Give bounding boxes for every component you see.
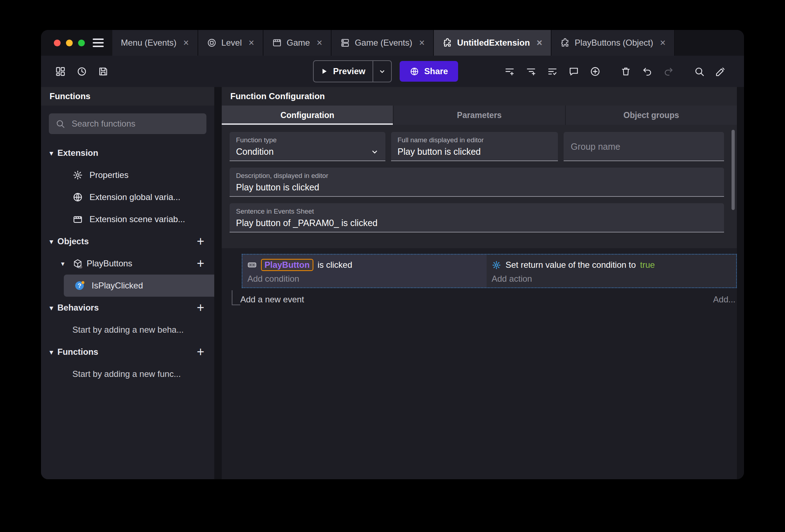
add-object-function-button[interactable]: + — [197, 257, 204, 270]
tree-section-objects[interactable]: ▾ Objects + — [41, 230, 214, 252]
content-area: Functions ▾ Extension Properties Extensi… — [41, 87, 744, 479]
add-function-button[interactable]: + — [197, 346, 204, 358]
caret-down-icon[interactable]: ▾ — [57, 260, 69, 268]
add-other-events-icon[interactable] — [544, 63, 561, 80]
search-icon[interactable] — [691, 63, 708, 80]
chevron-down-icon — [370, 148, 379, 156]
project-manager-icon[interactable] — [52, 63, 69, 80]
minimize-window-button[interactable] — [66, 40, 73, 46]
redo-icon[interactable] — [660, 63, 677, 80]
add-event-icon[interactable] — [501, 63, 518, 80]
chevron-down-icon[interactable] — [373, 67, 391, 76]
tab-game-events[interactable]: Game (Events) × — [332, 30, 434, 56]
main-menu-icon[interactable] — [93, 30, 112, 56]
tree-item-isplayclicked[interactable]: ? IsPlayClicked — [64, 275, 214, 297]
caret-down-icon[interactable]: ▾ — [45, 304, 57, 312]
actions-column[interactable]: Set return value of the condition to tru… — [487, 255, 736, 287]
condition-object-chip[interactable]: PlayButton — [261, 259, 313, 271]
undo-icon[interactable] — [638, 63, 656, 80]
group-name-field[interactable] — [564, 132, 724, 161]
conditions-column[interactable]: PlayButton is clicked Add condition — [242, 255, 487, 287]
close-tab-icon[interactable]: × — [419, 37, 425, 48]
delete-icon[interactable] — [617, 63, 634, 80]
history-icon[interactable] — [73, 63, 90, 80]
save-icon[interactable] — [94, 63, 112, 80]
tree-item-properties[interactable]: Properties — [41, 164, 214, 186]
tab-playbuttons-object[interactable]: PlayButtons (Object) × — [551, 30, 675, 56]
tab-configuration[interactable]: Configuration — [222, 106, 394, 125]
play-icon — [319, 67, 329, 76]
preview-button[interactable]: Preview — [313, 60, 392, 82]
add-circle-icon[interactable] — [586, 63, 604, 80]
item-label: Extension global varia... — [89, 192, 180, 202]
full-name-field[interactable]: Full name displayed in editor Play butto… — [391, 132, 558, 161]
tree-section-functions[interactable]: ▾ Functions + — [41, 341, 214, 363]
tab-object-groups[interactable]: Object groups — [566, 106, 737, 125]
editor-tabs: Menu (Events) × Level × Game × Game (Eve… — [112, 30, 744, 56]
tree-section-behaviors[interactable]: ▾ Behaviors + — [41, 297, 214, 319]
add-object-button[interactable]: + — [197, 235, 204, 248]
tab-bar: Menu (Events) × Level × Game × Game (Eve… — [41, 30, 744, 56]
add-new-event-button[interactable]: Add a new event — [240, 295, 304, 305]
caret-down-icon[interactable]: ▾ — [45, 237, 57, 246]
group-name-input[interactable] — [570, 141, 718, 152]
tree-item-global-variables[interactable]: Extension global varia... — [41, 186, 214, 208]
action-text: Set return value of the condition to — [506, 260, 636, 270]
close-window-button[interactable] — [54, 40, 61, 46]
tab-label: Level — [221, 38, 242, 48]
gear-icon — [72, 170, 83, 180]
app-window: Menu (Events) × Level × Game × Game (Eve… — [41, 30, 744, 479]
caret-down-icon[interactable]: ▾ — [45, 149, 57, 157]
tab-game[interactable]: Game × — [263, 30, 332, 56]
puzzle-icon — [560, 38, 570, 48]
tree-item-scene-variables[interactable]: Extension scene variab... — [41, 208, 214, 230]
tree-section-extension[interactable]: ▾ Extension — [41, 142, 214, 164]
close-tab-icon[interactable]: × — [248, 37, 254, 48]
comment-icon[interactable] — [565, 63, 582, 80]
search-input[interactable] — [71, 118, 200, 129]
function-type-select[interactable]: Function type Condition — [230, 132, 385, 161]
tab-untitled-extension[interactable]: UntitledExtension × — [434, 30, 551, 56]
events-sheet: PlayButton is clicked Add condition Set … — [222, 248, 737, 479]
add-action-button[interactable]: Add action — [492, 274, 731, 284]
add-subevent-icon[interactable] — [522, 63, 539, 80]
field-label: Sentence in Events Sheet — [236, 208, 718, 215]
functions-sidebar: Functions ▾ Extension Properties Extensi… — [41, 87, 214, 479]
close-tab-icon[interactable]: × — [660, 37, 666, 48]
preview-label: Preview — [329, 66, 373, 76]
functions-empty-hint: Start by adding a new func... — [41, 363, 214, 385]
tab-label: Game (Events) — [355, 38, 412, 48]
close-tab-icon[interactable]: × — [183, 37, 189, 48]
tree-item-playbuttons[interactable]: ▾ 2D PlayButtons + — [41, 252, 214, 275]
close-tab-icon[interactable]: × — [537, 37, 542, 48]
field-value: Play button of _PARAM0_ is clicked — [236, 218, 378, 228]
condition-question-icon: ? — [74, 280, 85, 291]
form-scrollbar[interactable] — [732, 130, 735, 210]
field-value: Play button is clicked — [397, 147, 481, 157]
share-button[interactable]: Share — [400, 61, 458, 82]
add-condition-button[interactable]: Add condition — [247, 274, 484, 284]
toolbar-right-icons — [501, 63, 733, 80]
zoom-window-button[interactable] — [78, 40, 85, 46]
tab-label: Menu (Events) — [121, 38, 176, 48]
tab-level[interactable]: Level × — [198, 30, 263, 56]
action-value: true — [640, 260, 655, 270]
configuration-tabs: Configuration Parameters Object groups — [222, 106, 737, 125]
tab-parameters[interactable]: Parameters — [394, 106, 565, 125]
tab-menu-events[interactable]: Menu (Events) × — [112, 30, 198, 56]
section-label: Objects — [57, 236, 89, 246]
close-tab-icon[interactable]: × — [317, 37, 322, 48]
add-behavior-button[interactable]: + — [197, 301, 204, 314]
event-branch-line — [232, 290, 240, 305]
event-row[interactable]: PlayButton is clicked Add condition Set … — [242, 254, 737, 288]
edit-icon[interactable] — [712, 63, 729, 80]
sentence-field[interactable]: Sentence in Events Sheet Play button of … — [230, 203, 724, 232]
caret-down-icon[interactable]: ▾ — [45, 348, 57, 356]
add-more-button[interactable]: Add... — [713, 295, 735, 305]
sidebar-title: Functions — [41, 87, 214, 106]
description-field[interactable]: Description, displayed in editor Play bu… — [230, 168, 724, 197]
toolbar: Preview Share — [41, 56, 744, 87]
globe-icon — [410, 67, 419, 76]
field-label: Function type — [236, 136, 379, 144]
item-label: Extension scene variab... — [89, 214, 185, 224]
